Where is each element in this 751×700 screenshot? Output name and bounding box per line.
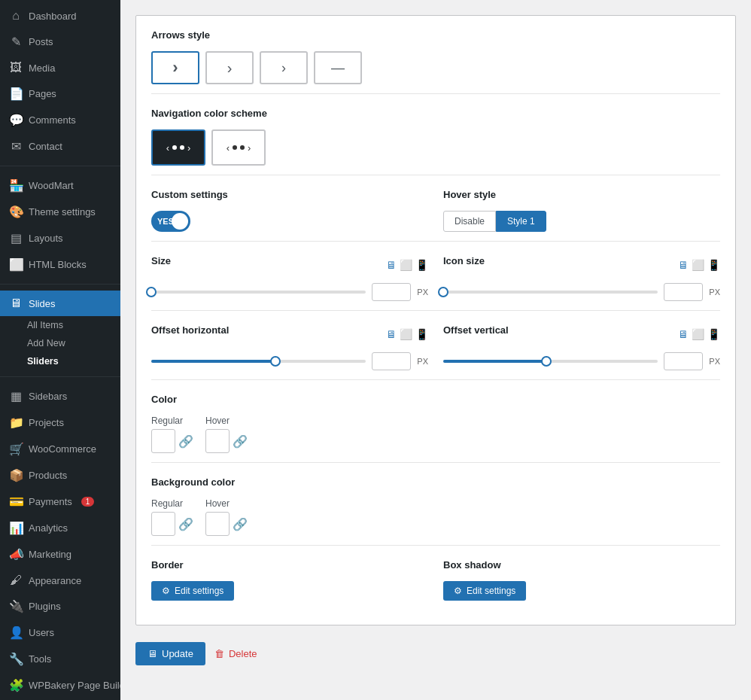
sidebar-sub-sliders[interactable]: Sliders [0, 352, 120, 370]
offset-v-input[interactable] [664, 352, 703, 370]
offset-section: Offset horizontal 🖥 ⬜ 📱 PX [151, 311, 720, 380]
offset-h-desktop-icon[interactable]: 🖥 [386, 328, 397, 340]
sidebar-item-products[interactable]: 📦 Products [0, 462, 120, 488]
arrow-option-medium[interactable]: › [205, 51, 254, 84]
sidebar-sub-all-items[interactable]: All Items [0, 316, 120, 334]
sidebar-item-pages[interactable]: 📄 Pages [0, 81, 120, 107]
sidebar-item-label: Analytics [29, 522, 68, 534]
sidebar-item-slides[interactable]: 🖥 Slides [0, 291, 120, 316]
offset-v-slider-row: PX [443, 352, 720, 370]
nav-scheme-light-dot [233, 145, 237, 150]
sidebar-item-layouts[interactable]: ▤ Layouts [0, 225, 120, 251]
bg-color-hover-link-icon[interactable]: 🔗 [233, 517, 248, 531]
sidebar-item-projects[interactable]: 📁 Projects [0, 409, 120, 436]
size-mobile-icon[interactable]: 📱 [415, 259, 428, 271]
size-desktop-icon[interactable]: 🖥 [386, 259, 397, 271]
border-edit-button[interactable]: ⚙ Edit settings [151, 581, 234, 601]
color-hover-link-icon[interactable]: 🔗 [233, 434, 248, 449]
bg-color-hover-swatch[interactable] [205, 512, 230, 536]
nav-scheme-light-dot2 [240, 145, 245, 150]
offset-v-tablet-icon[interactable]: ⬜ [692, 328, 704, 340]
update-icon: 🖥 [147, 648, 157, 659]
bg-color-regular-swatch[interactable] [151, 512, 175, 536]
offset-v-mobile-icon[interactable]: 📱 [707, 328, 720, 340]
offset-h-input[interactable] [372, 352, 411, 370]
bg-color-regular-link-icon[interactable]: 🔗 [178, 517, 193, 531]
sidebar-item-payments[interactable]: 💳 Payments 1 [0, 488, 120, 515]
arrow-option-bold[interactable]: › [151, 51, 199, 84]
icon-size-slider-row: PX [443, 283, 720, 301]
offset-h-slider-track[interactable] [151, 360, 366, 363]
size-slider-thumb[interactable] [146, 287, 157, 297]
sidebars-icon: ▦ [9, 389, 23, 403]
update-button[interactable]: 🖥 Update [135, 642, 205, 665]
sidebar-item-html-blocks[interactable]: ⬜ HTML Blocks [0, 251, 120, 278]
color-hover-swatch[interactable] [205, 429, 230, 453]
bg-color-regular: Regular 🔗 [151, 498, 193, 536]
border-col: Border ⚙ Edit settings [151, 559, 428, 601]
size-input[interactable] [372, 283, 411, 301]
sidebar-item-comments[interactable]: 💬 Comments [0, 107, 120, 133]
color-regular-swatch[interactable] [151, 429, 175, 453]
bg-color-hover: Hover 🔗 [205, 498, 248, 536]
size-slider-row: PX [151, 283, 428, 301]
nav-scheme-dark[interactable]: ‹ › [151, 129, 205, 166]
offset-h-unit: PX [417, 357, 428, 366]
sidebar-item-media[interactable]: 🖼 Media [0, 55, 120, 81]
bg-color-hover-label: Hover [205, 498, 248, 509]
sidebar-item-sidebars[interactable]: ▦ Sidebars [0, 383, 120, 409]
sidebar-item-analytics[interactable]: 📊 Analytics [0, 515, 120, 541]
color-regular-link-icon[interactable]: 🔗 [178, 434, 193, 449]
offset-v-col: Offset vertical 🖥 ⬜ 📱 PX [443, 324, 720, 370]
icon-size-input[interactable] [664, 283, 703, 301]
arrow-options: › › › — [151, 51, 720, 84]
sidebar-item-woocommerce[interactable]: 🛒 WooCommerce [0, 436, 120, 462]
sidebar-item-dashboard[interactable]: ⌂ Dashboard [0, 3, 120, 29]
sidebar-item-users[interactable]: 👤 Users [0, 619, 120, 646]
sidebar-item-contact[interactable]: ✉ Contact [0, 133, 120, 160]
arrow-option-thin[interactable]: › [260, 51, 308, 84]
color-title: Color [151, 394, 720, 405]
offset-v-slider-track[interactable] [443, 360, 658, 363]
update-label: Update [162, 648, 193, 659]
custom-settings-toggle[interactable]: YES [151, 211, 190, 232]
offset-h-slider-thumb[interactable] [270, 356, 281, 367]
sidebar-item-theme-settings[interactable]: 🎨 Theme settings [0, 199, 120, 225]
box-shadow-edit-button[interactable]: ⚙ Edit settings [443, 581, 526, 601]
plugins-icon: 🔌 [9, 599, 23, 613]
size-slider-track[interactable] [151, 291, 366, 294]
hover-style-disable[interactable]: Disable [443, 211, 496, 232]
sidebar-item-appearance[interactable]: 🖌 Appearance [0, 568, 120, 593]
offset-v-title: Offset vertical [443, 324, 509, 336]
hover-style-style1[interactable]: Style 1 [496, 211, 546, 232]
border-title: Border [151, 559, 428, 571]
sidebar-item-label: WooCommerce [29, 443, 96, 455]
sidebar-item-wpbakery[interactable]: 🧩 WPBakery Page Builder [0, 672, 120, 698]
delete-button[interactable]: 🗑 Delete [214, 648, 257, 659]
sidebar-sub-add-new[interactable]: Add New [0, 334, 120, 352]
offset-h-device-icons: 🖥 ⬜ 📱 [386, 328, 428, 340]
arrow-option-dash[interactable]: — [314, 51, 362, 84]
offset-h-mobile-icon[interactable]: 📱 [415, 328, 428, 340]
sidebar-item-tools[interactable]: 🔧 Tools [0, 646, 120, 672]
offset-v-desktop-icon[interactable]: 🖥 [678, 328, 689, 340]
color-regular: Regular 🔗 [151, 415, 193, 453]
icon-size-slider-thumb[interactable] [438, 287, 448, 297]
offset-v-slider-thumb[interactable] [541, 356, 552, 367]
projects-icon: 📁 [9, 415, 23, 430]
size-tablet-icon[interactable]: ⬜ [400, 259, 412, 271]
icon-size-unit: PX [709, 288, 720, 297]
nav-scheme-light[interactable]: ‹ › [211, 129, 266, 166]
icon-size-mobile-icon[interactable]: 📱 [707, 259, 720, 271]
sidebar-item-plugins[interactable]: 🔌 Plugins [0, 593, 120, 619]
icon-size-tablet-icon[interactable]: ⬜ [692, 259, 704, 271]
sidebar-item-woodmart[interactable]: 🏪 WoodMart [0, 172, 120, 199]
sidebar-item-posts[interactable]: ✎ Posts [0, 29, 120, 55]
offset-h-tablet-icon[interactable]: ⬜ [400, 328, 412, 340]
offset-v-unit: PX [709, 357, 720, 366]
icon-size-slider-track[interactable] [443, 291, 658, 294]
box-shadow-edit-label: Edit settings [467, 586, 515, 596]
icon-size-desktop-icon[interactable]: 🖥 [678, 259, 689, 271]
sidebar-item-marketing[interactable]: 📣 Marketing [0, 541, 120, 568]
dashboard-icon: ⌂ [9, 9, 23, 23]
